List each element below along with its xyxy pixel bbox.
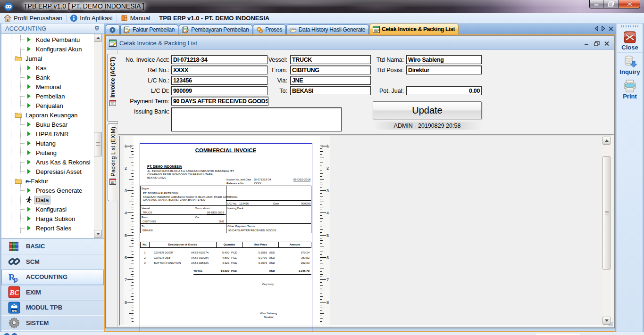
tab-strip: Faktur PembelianPembayaran PembelianPros…: [104, 24, 616, 34]
invoice-text: 90 DAYS AFTER RECEIVED GOODS: [228, 229, 276, 232]
chain-icon: [8, 255, 20, 268]
scroll-thumb[interactable]: [94, 132, 102, 156]
maximize-button[interactable]: [603, 0, 619, 8]
pot-jual-input[interactable]: 0.00: [406, 86, 482, 95]
module-modul-tpb[interactable]: TPBMODUL TPB: [1, 300, 104, 316]
tree-item-penjualan[interactable]: Penjualan: [1, 101, 94, 110]
tree-item-laporan-keuangan[interactable]: Laporan Keuangan: [1, 110, 94, 120]
ttd-posisi-input[interactable]: Direktur: [406, 65, 482, 74]
preview-scrollbar[interactable]: [602, 137, 611, 325]
update-button[interactable]: Update: [373, 101, 482, 119]
side-tab-label: Invoice (ACCT): [109, 57, 116, 98]
module-exim[interactable]: BCEXIM: [1, 285, 104, 301]
tree-item-data[interactable]: Data: [1, 195, 94, 204]
close-form-button[interactable]: Close: [617, 28, 643, 53]
scroll-tabs-left-button[interactable]: [594, 26, 598, 31]
tree-item-hutang[interactable]: Hutang: [1, 139, 94, 148]
via-input[interactable]: JNE: [290, 76, 371, 85]
menu-info-aplikasi[interactable]: Info Aplikasi: [67, 13, 116, 23]
tree-item-kode-pembantu[interactable]: Kode Pembantu: [1, 35, 94, 44]
module-accounting[interactable]: RpACCOUNTING: [1, 270, 104, 285]
invoice-text: Issuing Bank: [227, 207, 243, 210]
invoice-rule: [140, 247, 311, 248]
tab-gear[interactable]: [106, 25, 120, 34]
taskbar-icon[interactable]: [4, 333, 10, 335]
ruler-tick: [320, 165, 322, 165]
tree-item-memorial[interactable]: Memorial: [1, 82, 94, 91]
tree-item-proses-generate[interactable]: Proses Generate: [1, 186, 94, 195]
resize-grip[interactable]: [608, 321, 613, 327]
books-icon: [8, 240, 20, 253]
toolbar-gripper[interactable]: [621, 25, 639, 27]
from-input[interactable]: CIBITUNG: [290, 65, 371, 74]
ruler-tick: [320, 163, 323, 163]
tree-scrollbar[interactable]: [94, 34, 102, 238]
invoice-text: USD: [269, 261, 275, 264]
side-tab-invoice-acct-[interactable]: Invoice (ACCT): [107, 54, 118, 122]
tree-item-pembelian[interactable]: Pembelian: [1, 91, 94, 101]
ruler-tick: [320, 232, 322, 233]
scroll-up-button[interactable]: [94, 34, 102, 42]
tab-pembayaran-pembelian[interactable]: Pembayaran Pembelian: [179, 25, 252, 34]
print-button[interactable]: Print: [617, 77, 643, 101]
folder-icon: [15, 177, 22, 185]
tree-connector: [20, 106, 25, 106]
invoice-text: 4,320: [222, 261, 229, 264]
tree-item-jurnal[interactable]: Jurnal: [1, 54, 94, 63]
inner-restore-button[interactable]: [594, 41, 600, 46]
menu-manual[interactable]: ? Manual: [117, 13, 154, 23]
tree-item-bank[interactable]: Bank: [1, 73, 94, 82]
module-sistem[interactable]: SISTEM: [1, 316, 104, 331]
tree-item-kas[interactable]: Kas: [1, 63, 94, 73]
inner-close-button[interactable]: [604, 41, 610, 46]
margin-drag-handle[interactable]: [321, 142, 329, 146]
tab-faktur-pembelian[interactable]: Faktur Pembelian: [120, 25, 178, 34]
tree-item-konfigurasi-akun[interactable]: Konfigurasi Akun: [1, 44, 94, 54]
side-tab-packing-list-exim-[interactable]: Packing List (EXIM): [108, 123, 118, 201]
scroll-down-button[interactable]: [94, 230, 102, 238]
ruler-tick: [320, 154, 322, 155]
preview-scroll-thumb[interactable]: [602, 156, 611, 270]
tpb-icon: TPB: [8, 302, 20, 314]
taskbar-icon[interactable]: [11, 333, 17, 335]
module-scm[interactable]: SCM: [1, 254, 104, 270]
tree-item-arus-kas-rekonsi[interactable]: Arus Kas & Rekonsi: [1, 157, 94, 167]
to-input[interactable]: BEKASI: [290, 86, 371, 95]
pin-icon[interactable]: [94, 25, 100, 32]
invoice-rule: [140, 266, 311, 266]
arrow-icon: [25, 168, 33, 175]
tab-data-history-hasil-generate[interactable]: Data History Hasil Generate: [286, 25, 369, 34]
tree-item-depresiasi-asset[interactable]: Depresiasi Asset: [1, 167, 94, 176]
tree-item-hpp-lr-nr[interactable]: HPP/LR/NR: [1, 129, 94, 139]
tab-list: Faktur PembelianPembayaran PembelianPros…: [106, 24, 459, 34]
ttd-nama-input[interactable]: Wiro Sableng: [406, 55, 482, 64]
menu-profil-perusahaan[interactable]: Profil Perusahaan: [0, 13, 66, 23]
invoice-form: No. Invoice Acct:DI-071218-34Ref No.:XXX…: [118, 50, 614, 134]
tree-item-buku-besar[interactable]: Buku Besar: [1, 120, 94, 129]
tree-item-konfigurasi[interactable]: Konfigurasi: [1, 204, 94, 214]
tree-item-e-faktur[interactable]: e-Faktur: [1, 176, 94, 186]
process-icon: [256, 26, 263, 33]
payment-term-input[interactable]: 90 DAYS AFTER RECEIVED GOODS: [171, 97, 268, 106]
tree-item-report-sales[interactable]: Report Sales: [1, 223, 94, 233]
tree-item-piutang[interactable]: Piutang: [1, 148, 94, 157]
tab-proses[interactable]: Proses: [253, 25, 286, 34]
scroll-tabs-right-button[interactable]: [602, 26, 605, 31]
preview-scroll-up[interactable]: [602, 137, 611, 145]
close-tab-button[interactable]: [609, 26, 613, 31]
ruler-tick: [320, 266, 322, 266]
margin-drag-handle[interactable]: [124, 142, 133, 146]
tree-item-harga-subkon[interactable]: Harga Subkon: [1, 214, 94, 223]
tab-cetak-invoice-packing-list[interactable]: Cetak Invoice & Packing List: [369, 24, 459, 34]
issuing-bank-input[interactable]: [171, 107, 342, 131]
inquiry-button[interactable]: Inquiry: [617, 53, 643, 77]
preview-page: COMMERCIAL INVOICEPT. DEMO INDONESIAJL. …: [134, 136, 320, 325]
field-label: Ttd Posisi:: [366, 67, 404, 74]
vessel-input[interactable]: TRUCK: [290, 55, 371, 64]
close-button[interactable]: [619, 0, 640, 8]
minimize-button[interactable]: [589, 0, 603, 8]
module-basic[interactable]: BASIC: [1, 239, 104, 254]
inner-minimize-button[interactable]: [584, 41, 590, 46]
arrow-icon: [25, 92, 33, 100]
arrow-icon: [25, 36, 33, 43]
